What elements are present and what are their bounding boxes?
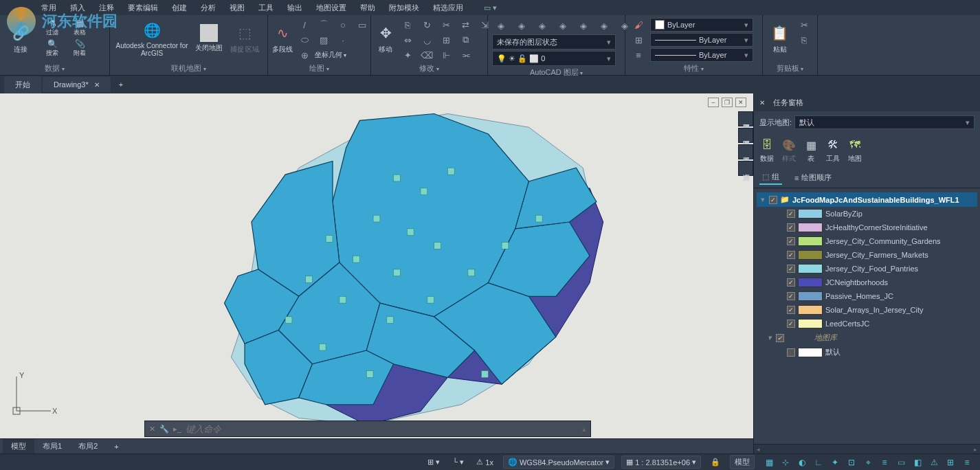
status-scale[interactable]: ▦ 1 : 2.81351e+06 ▾ — [621, 456, 701, 469]
line-icon[interactable]: / — [296, 18, 313, 32]
root-checkbox[interactable] — [769, 196, 777, 204]
lineweight-combo[interactable]: ByLayer — [650, 33, 753, 47]
command-input[interactable] — [186, 424, 578, 434]
erase-icon[interactable]: ⌫ — [418, 48, 436, 62]
side-tab-display[interactable]: 显示管理器 — [738, 111, 753, 126]
s-icon[interactable]: ▭ — [893, 456, 909, 469]
menu-item[interactable]: 输出 — [280, 3, 309, 13]
close-icon[interactable]: ✕ — [94, 81, 100, 89]
arcgis-connector-button[interactable]: 🌐Autodesk Connector for ArcGIS — [114, 18, 190, 59]
status-model[interactable]: 模型 — [730, 455, 755, 469]
s-icon[interactable]: ⊡ — [844, 456, 859, 469]
tab-add[interactable]: + — [112, 78, 130, 91]
layout-tab-add[interactable]: + — [106, 440, 126, 453]
menu-item[interactable]: 视图 — [223, 3, 252, 13]
minimize-view-icon[interactable]: – — [708, 98, 719, 107]
panel-title-online[interactable]: 联机地图 — [114, 62, 263, 74]
s-icon[interactable]: ≡ — [877, 456, 892, 469]
layer-item[interactable]: SolarByZip — [757, 207, 977, 221]
tree-maplib[interactable]: ▾ 地图库 — [757, 331, 977, 345]
props-list-icon[interactable]: ≡ — [630, 48, 647, 62]
s-icon[interactable]: ◧ — [910, 456, 925, 469]
align-icon[interactable]: ⊩ — [437, 48, 455, 62]
layout-tab-2[interactable]: 布局2 — [70, 439, 106, 454]
point-icon[interactable]: · — [334, 33, 352, 47]
attach-button[interactable]: 📎附着 — [67, 38, 92, 58]
rect-icon[interactable]: ▭ — [353, 18, 371, 32]
layer-item[interactable]: Solar_Arrays_In_Jersey_City — [757, 303, 977, 317]
tab-draw-order[interactable]: ≡绘图顺序 — [792, 170, 834, 185]
s-icon[interactable]: ⌖ — [860, 456, 876, 469]
ellipse-icon[interactable]: ⬭ — [296, 33, 313, 47]
polyline-button[interactable]: ∿多段线 — [272, 18, 293, 59]
menu-item[interactable]: 要素编辑 — [121, 3, 165, 13]
s-icon[interactable]: ◐ — [794, 456, 810, 469]
s-icon[interactable]: ✦ — [827, 456, 843, 469]
layer-icon-6[interactable]: ◈ — [595, 19, 613, 32]
side-tab-map[interactable]: 地图管理器 — [738, 128, 753, 143]
close-icon[interactable]: ✕ — [149, 425, 155, 434]
maplib-checkbox[interactable] — [776, 334, 784, 342]
command-line[interactable]: ✕ 🔧 ▸_ ▴ — [144, 421, 591, 437]
match-props-icon[interactable]: 🖌 — [630, 18, 647, 32]
join-icon[interactable]: ⫘ — [456, 48, 474, 62]
mirror-icon[interactable]: ⇄ — [456, 18, 474, 32]
trim-icon[interactable]: ✂ — [437, 18, 455, 32]
panel-title-data[interactable]: 数据 — [4, 62, 105, 74]
hatch-icon[interactable]: ▨ — [315, 33, 333, 47]
drawing-canvas[interactable]: – ❐ ✕ — [0, 93, 753, 454]
layer-icon-5[interactable]: ◈ — [575, 19, 592, 32]
layer-checkbox[interactable] — [787, 278, 795, 287]
customize-icon[interactable]: 🔧 — [159, 425, 169, 434]
menu-item[interactable]: 附加模块 — [382, 3, 426, 13]
task-pane-header[interactable]: 任务窗格 — [754, 93, 980, 111]
copy-clip-icon[interactable]: ⎘ — [795, 33, 813, 47]
layer-checkbox[interactable] — [787, 292, 795, 300]
rotate-icon[interactable]: ↻ — [418, 18, 436, 32]
tool-map[interactable]: 🗺地图 — [847, 137, 862, 164]
status-zoom[interactable]: ⚠ 1x — [474, 458, 496, 467]
layer-checkbox[interactable] — [787, 223, 795, 232]
layout-tab-1[interactable]: 布局1 — [34, 439, 70, 454]
tree-root[interactable]: ▾ 📁 JcFoodMapJcAndSustainableBuildings_W… — [757, 192, 977, 207]
cut-icon[interactable]: ✂ — [795, 18, 813, 32]
panel-title-clip[interactable]: 剪贴板 — [767, 62, 813, 74]
menu-item[interactable]: 分析 — [194, 3, 223, 13]
panel-title-props[interactable]: 特性 — [630, 62, 758, 74]
layer-item[interactable]: Passive_Homes_JC — [757, 289, 977, 303]
menu-item[interactable]: 帮助 — [353, 3, 382, 13]
tool-tools[interactable]: 🛠工具 — [825, 137, 840, 164]
filter-button[interactable]: ⚗过滤 — [40, 18, 65, 37]
tab-start[interactable]: 开始 — [4, 76, 41, 93]
layer-state-combo[interactable]: 未保存的图层状态 — [492, 34, 616, 49]
menu-item[interactable]: 常用 — [34, 3, 63, 13]
cogo-icon[interactable]: ⊕ — [296, 48, 313, 62]
s-icon[interactable]: ≡ — [959, 456, 975, 469]
layer-icon-4[interactable]: ◈ — [554, 19, 572, 32]
array-icon[interactable]: ⊞ — [437, 33, 455, 47]
tree-scrollbar[interactable]: ◂▸ — [754, 444, 980, 454]
layer-checkbox[interactable] — [787, 237, 795, 245]
layer-item[interactable]: Jersey_City_Farmers_Markets — [757, 248, 977, 262]
close-view-icon[interactable]: ✕ — [735, 98, 746, 107]
s-icon[interactable]: ⊞ — [943, 456, 958, 469]
layer-item[interactable]: Jersey_City_Food_Pantries — [757, 262, 977, 276]
layer-item[interactable]: JCNeightborhoods — [757, 276, 977, 289]
arc-icon[interactable]: ⌒ — [315, 18, 333, 32]
stretch-icon[interactable]: ⇔ — [399, 33, 416, 47]
layer-checkbox[interactable] — [787, 320, 795, 328]
copy-icon[interactable]: ⎘ — [399, 18, 416, 32]
s-icon[interactable]: ⚠ — [926, 456, 942, 469]
layer-icon-3[interactable]: ◈ — [533, 19, 551, 32]
explode-icon[interactable]: ✦ — [399, 48, 416, 62]
panel-title-draw[interactable]: 绘图 — [272, 62, 366, 74]
offset-icon[interactable]: ⧉ — [456, 33, 474, 47]
color-combo[interactable]: ByLayer — [650, 18, 753, 32]
layer-item[interactable]: Jersey_City_Community_Gardens — [757, 234, 977, 248]
paste-button[interactable]: 📋粘贴 — [767, 18, 792, 59]
menu-item[interactable]: 插入 — [63, 3, 92, 13]
status-crs[interactable]: 🌐 WGS84.PseudoMercator ▾ — [503, 456, 614, 469]
tool-table[interactable]: ▦表 — [803, 137, 818, 164]
menu-item[interactable]: 创建 — [165, 3, 194, 13]
layout-tab-model[interactable]: 模型 — [3, 439, 34, 454]
